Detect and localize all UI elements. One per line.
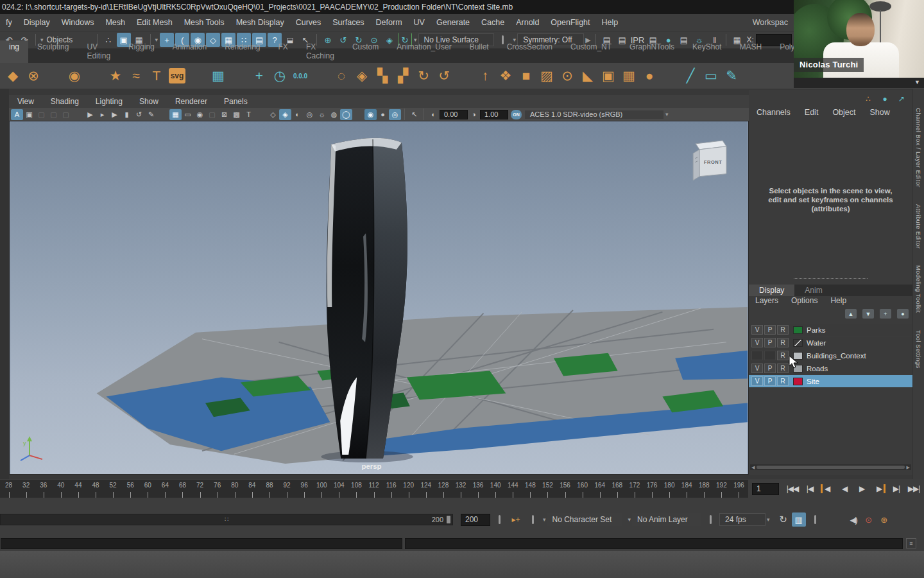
grease-pencil-icon[interactable]: ✎: [145, 109, 157, 120]
handle[interactable]: [813, 514, 818, 525]
vertical-panel-tab[interactable]: Modeling Toolkit: [915, 265, 922, 313]
sculpt-tool-icon[interactable]: ✎: [721, 65, 742, 87]
shelf-tab[interactable]: Rendering: [216, 40, 269, 63]
hud-toggle-icon[interactable]: T: [243, 109, 255, 120]
quad-draw-icon[interactable]: ▣: [598, 65, 619, 87]
shelf-tab[interactable]: CrossSection: [498, 40, 561, 63]
step-back-frame-button[interactable]: |◀: [803, 482, 817, 495]
layer-playback-toggle[interactable]: P: [764, 325, 776, 335]
go-to-start-button[interactable]: |◀◀: [785, 482, 800, 495]
mirror-icon[interactable]: ◈: [352, 65, 372, 87]
timeline-frame-tick[interactable]: 136: [470, 480, 487, 498]
shelf-divider[interactable]: [228, 65, 249, 87]
extrude-icon[interactable]: ↑: [475, 65, 495, 87]
menu-item[interactable]: Mesh Display: [230, 18, 290, 27]
select-camera-icon[interactable]: A: [11, 109, 23, 120]
menu-item[interactable]: Deform: [370, 18, 408, 27]
shaded-icon[interactable]: ◈: [279, 109, 291, 120]
panel-menu-item[interactable]: Shading: [42, 97, 87, 106]
layer-editor-menu-item[interactable]: Layers: [755, 296, 778, 305]
timeline-ruler[interactable]: 2832364044485256606468727680848892961001…: [0, 480, 748, 498]
webcam-video[interactable]: Nicolas Turchi: [794, 0, 924, 78]
lattice-tool-icon[interactable]: ▭: [701, 65, 721, 87]
timeline-frame-tick[interactable]: 160: [574, 480, 591, 498]
layer-list-scrollbar[interactable]: ◀ ▶: [750, 464, 911, 470]
screen-space-ao-icon[interactable]: ◍: [328, 109, 340, 120]
use-all-lights-icon[interactable]: ◎: [304, 109, 316, 120]
shelf-tab[interactable]: Rigging: [119, 40, 164, 63]
viewport-3d[interactable]: FRONT y persp: [9, 121, 749, 475]
timeline-frame-tick[interactable]: 108: [348, 480, 365, 498]
panel-splitter[interactable]: [794, 278, 868, 279]
layer-visibility-toggle[interactable]: V: [751, 325, 763, 335]
timeline-frame-tick[interactable]: 156: [556, 480, 574, 498]
timeline-frame-tick[interactable]: 176: [643, 480, 660, 498]
channel-box-menu-item[interactable]: Show: [870, 108, 890, 117]
panel-menu-item[interactable]: Panels: [216, 97, 256, 106]
layer-display-type-toggle[interactable]: R: [777, 351, 789, 360]
timeline-frame-tick[interactable]: 76: [209, 480, 226, 498]
wireframe-icon[interactable]: ◇: [267, 109, 279, 120]
character-set-dropdown[interactable]: No Character Set: [547, 513, 622, 526]
menu-item[interactable]: fy: [0, 18, 18, 27]
textured-icon[interactable]: ◐: [291, 109, 304, 120]
step-back-key-button[interactable]: ◀: [820, 482, 834, 495]
layer-row[interactable]: V P R Site: [749, 375, 912, 387]
sphere-grid-icon[interactable]: ●: [639, 65, 660, 87]
fps-dropdown[interactable]: 24 fps: [719, 513, 766, 526]
two-d-pan-zoom-icon[interactable]: ↺: [133, 109, 145, 120]
vertical-panel-tab[interactable]: Tool Settings: [915, 330, 922, 369]
view-cube-label[interactable]: FRONT: [704, 159, 722, 165]
gamma-input[interactable]: 1.00: [480, 110, 508, 119]
bookmark-add-icon[interactable]: ▸+: [509, 512, 523, 527]
range-slider-handle[interactable]: [447, 516, 450, 523]
cursor-icon[interactable]: ↖: [408, 109, 420, 120]
uv-editor-icon[interactable]: ▦: [208, 65, 228, 87]
handle[interactable]: [708, 514, 713, 525]
timeline-frame-tick[interactable]: 60: [139, 480, 157, 498]
layer-editor-tab[interactable]: Display: [749, 285, 794, 296]
shelf-tab[interactable]: Animation_User: [388, 40, 460, 63]
frame-selection-icon[interactable]: ▣: [23, 109, 35, 120]
shelf-divider[interactable]: [311, 65, 331, 87]
grayed-tool-icon[interactable]: ▢: [35, 109, 47, 120]
layer-visibility-toggle[interactable]: [751, 351, 763, 360]
vertical-panel-tab[interactable]: Attribute Editor: [915, 204, 922, 249]
layer-row[interactable]: V P R Water: [749, 337, 912, 349]
chevron-down-icon[interactable]: ▾: [543, 516, 546, 523]
range-slider-grip[interactable]: ∷: [225, 516, 228, 523]
menu-item[interactable]: Mesh Tools: [178, 18, 230, 27]
menu-item[interactable]: Arnold: [510, 18, 545, 27]
create-empty-layer-icon[interactable]: +: [880, 309, 891, 319]
panel-menu-item[interactable]: View: [9, 97, 42, 106]
timeline-frame-tick[interactable]: 36: [35, 480, 52, 498]
bridge-icon[interactable]: ■: [516, 65, 536, 87]
timeline-frame-tick[interactable]: 96: [296, 480, 313, 498]
layer-color-swatch[interactable]: [793, 339, 803, 347]
circularize-icon[interactable]: ⊙: [557, 65, 578, 87]
safe-action-icon[interactable]: ▩: [230, 109, 243, 120]
menu-item[interactable]: Edit Mesh: [131, 18, 178, 27]
shelf-tab[interactable]: KeyShot: [683, 40, 730, 63]
chevron-down-icon[interactable]: ▾: [628, 516, 631, 523]
camera-bookmark-icon[interactable]: ▶: [108, 109, 121, 120]
panelbar-divider[interactable]: [352, 109, 364, 120]
gate-mask-icon[interactable]: ▢: [206, 109, 218, 120]
channel-box-menu-item[interactable]: Edit: [805, 108, 819, 117]
animation-end-input[interactable]: 200: [461, 514, 490, 526]
menu-item[interactable]: Cache: [475, 18, 510, 27]
panelbar-divider[interactable]: [157, 109, 169, 120]
record-icon[interactable]: ⊙: [862, 512, 876, 527]
shadows-icon[interactable]: ☼: [316, 109, 328, 120]
move-layer-up-icon[interactable]: ▲: [845, 309, 857, 319]
grid-toggle-icon[interactable]: ▦: [169, 109, 182, 120]
current-frame-input[interactable]: 1: [752, 483, 779, 495]
color-management-toggle[interactable]: ON: [511, 110, 522, 119]
scroll-right-arrow-icon[interactable]: ▶: [907, 465, 910, 470]
timeline-frame-tick[interactable]: 112: [365, 480, 382, 498]
bevel-icon[interactable]: ❖: [495, 65, 516, 87]
timeline-frame-tick[interactable]: 116: [382, 480, 400, 498]
move-layer-down-icon[interactable]: ▼: [862, 309, 874, 319]
step-forward-key-button[interactable]: ▶: [872, 482, 886, 495]
shelf-tab[interactable]: ing: [0, 40, 28, 63]
